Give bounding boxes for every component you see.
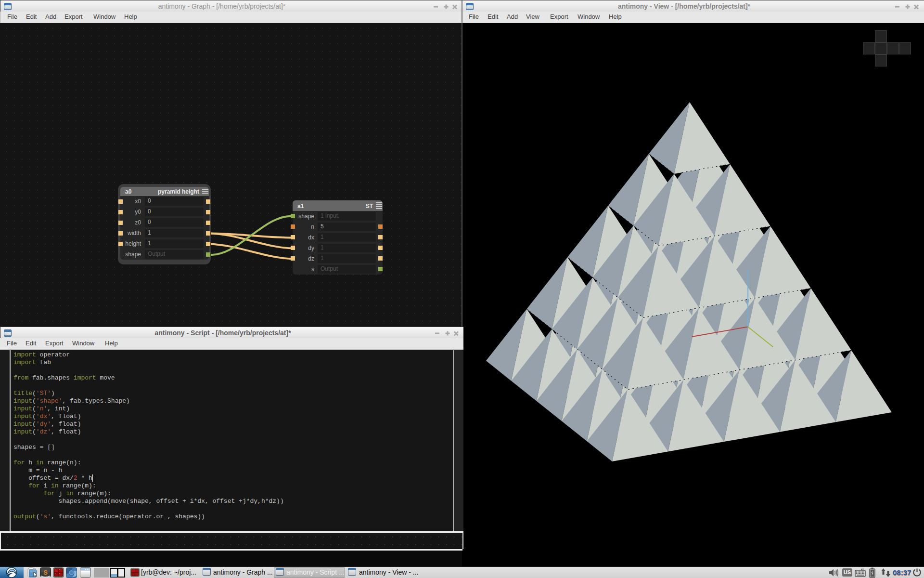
svg-text:S: S bbox=[43, 569, 48, 576]
